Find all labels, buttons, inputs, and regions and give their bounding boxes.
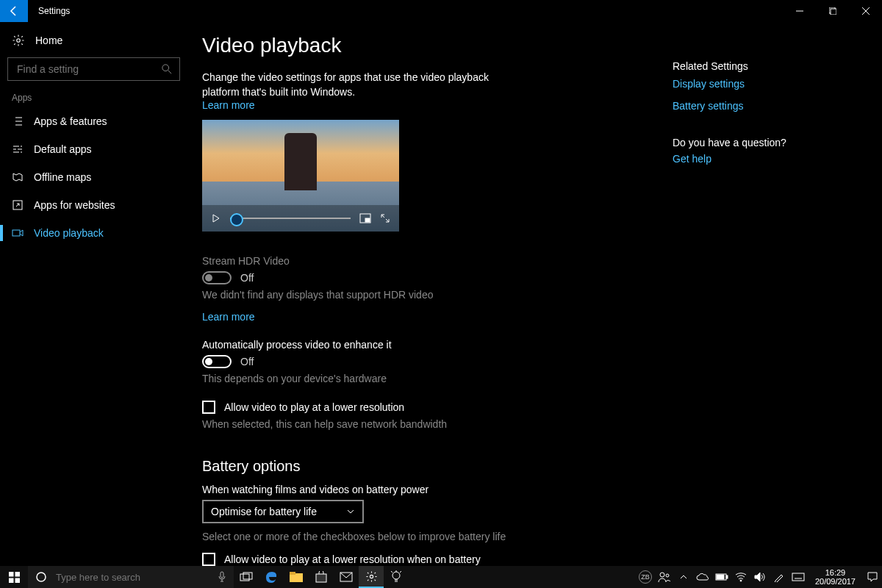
battery-lowres-label: Allow video to play at a lower resolutio… xyxy=(224,553,481,565)
battery-tray-icon[interactable] xyxy=(712,566,731,588)
svg-rect-30 xyxy=(240,574,249,581)
apps-section-header: Apps xyxy=(12,93,176,103)
tray-chevron-icon[interactable] xyxy=(674,566,693,588)
sidebar-item-label: Offline maps xyxy=(34,171,91,183)
battery-label: When watching films and videos on batter… xyxy=(202,484,673,495)
svg-point-43 xyxy=(740,580,742,581)
settings-taskbar-icon[interactable] xyxy=(359,566,384,588)
enhance-label: Automatically process video to enhance i… xyxy=(202,339,673,351)
clock[interactable]: 16:29 20/09/2017 xyxy=(808,568,863,586)
titlebar: Settings xyxy=(0,0,882,22)
related-pane: Related Settings Display settings Batter… xyxy=(673,29,864,566)
svg-point-36 xyxy=(370,575,373,578)
open-icon xyxy=(12,199,24,211)
related-heading: Related Settings xyxy=(673,60,856,72)
sidebar-item-label: Video playback xyxy=(34,227,104,239)
chevron-down-icon xyxy=(346,507,355,516)
video-preview[interactable] xyxy=(202,120,399,232)
taskbar: ZB 16:29 20/09/2017 xyxy=(0,566,882,588)
action-center-icon[interactable] xyxy=(863,566,882,588)
video-progress-slider[interactable] xyxy=(230,218,351,219)
pip-icon[interactable] xyxy=(359,213,371,223)
back-button[interactable] xyxy=(0,0,28,22)
fullscreen-icon[interactable] xyxy=(380,213,390,223)
sidebar-item-offline-maps[interactable]: Offline maps xyxy=(0,163,187,191)
battery-lowres-checkbox[interactable] xyxy=(202,553,215,566)
task-view-icon[interactable] xyxy=(234,566,259,588)
svg-rect-29 xyxy=(220,572,223,578)
svg-rect-21 xyxy=(12,230,20,236)
pen-icon[interactable] xyxy=(770,566,789,588)
enhance-toggle[interactable] xyxy=(202,355,232,368)
onedrive-icon[interactable] xyxy=(693,566,712,588)
start-button[interactable] xyxy=(0,566,28,588)
edge-icon[interactable] xyxy=(259,566,284,588)
svg-rect-41 xyxy=(726,576,728,578)
page-description: Change the video settings for apps that … xyxy=(202,71,526,99)
taskbar-search[interactable] xyxy=(28,566,234,588)
video-thumbnail-figure xyxy=(284,133,317,190)
hdr-learn-more-link[interactable]: Learn more xyxy=(202,311,255,323)
hdr-label: Stream HDR Video xyxy=(202,255,673,267)
window-title: Settings xyxy=(38,6,70,16)
svg-rect-2 xyxy=(831,9,836,15)
sidebar-item-label: Apps & features xyxy=(34,115,107,127)
sidebar-item-apps-features[interactable]: Apps & features xyxy=(0,107,187,135)
svg-rect-24 xyxy=(9,572,14,577)
list-icon xyxy=(12,115,24,127)
question-heading: Do you have a question? xyxy=(673,137,856,148)
store-icon[interactable] xyxy=(309,566,334,588)
keyboard-icon[interactable] xyxy=(789,566,808,588)
home-button[interactable]: Home xyxy=(0,28,187,53)
hdr-toggle[interactable] xyxy=(202,271,232,284)
clock-date: 20/09/2017 xyxy=(815,577,856,586)
map-icon xyxy=(12,171,24,183)
explorer-icon[interactable] xyxy=(284,566,309,588)
user-badge-icon[interactable]: ZB xyxy=(636,566,655,588)
video-controls xyxy=(202,205,399,232)
sidebar-item-apps-websites[interactable]: Apps for websites xyxy=(0,191,187,219)
maximize-button[interactable] xyxy=(816,0,849,22)
sidebar-item-default-apps[interactable]: Default apps xyxy=(0,135,187,163)
svg-rect-26 xyxy=(9,578,14,583)
display-settings-link[interactable]: Display settings xyxy=(673,78,856,90)
wifi-icon[interactable] xyxy=(731,566,750,588)
mail-icon[interactable] xyxy=(334,566,359,588)
svg-point-6 xyxy=(162,65,169,71)
tips-icon[interactable] xyxy=(384,566,409,588)
svg-rect-25 xyxy=(15,572,20,577)
search-input[interactable] xyxy=(15,62,162,76)
svg-point-38 xyxy=(660,573,664,577)
defaults-icon xyxy=(12,143,24,155)
svg-point-37 xyxy=(392,572,400,579)
people-icon[interactable] xyxy=(655,566,674,588)
battery-settings-link[interactable]: Battery settings xyxy=(673,100,856,112)
svg-point-28 xyxy=(37,573,46,581)
taskbar-search-input[interactable] xyxy=(54,571,210,584)
sidebar-item-label: Default apps xyxy=(34,143,92,155)
svg-rect-42 xyxy=(717,575,724,579)
gear-icon xyxy=(12,34,25,47)
svg-rect-27 xyxy=(15,578,20,583)
lowres-checkbox[interactable] xyxy=(202,401,215,414)
volume-icon[interactable] xyxy=(750,566,770,588)
play-icon[interactable] xyxy=(211,213,221,223)
battery-select[interactable]: Optimise for battery life xyxy=(202,500,364,523)
svg-rect-23 xyxy=(365,218,370,222)
svg-rect-31 xyxy=(243,573,252,579)
svg-rect-44 xyxy=(792,573,804,581)
sidebar-item-video-playback[interactable]: Video playback xyxy=(0,219,187,247)
mic-icon[interactable] xyxy=(218,571,226,583)
close-button[interactable] xyxy=(849,0,882,22)
learn-more-link[interactable]: Learn more xyxy=(202,99,255,111)
search-input-wrap[interactable] xyxy=(7,57,180,81)
enhance-toggle-state: Off xyxy=(240,356,254,368)
battery-heading: Battery options xyxy=(202,458,673,475)
svg-rect-34 xyxy=(316,574,326,582)
minimize-button[interactable] xyxy=(783,0,816,22)
search-icon xyxy=(162,64,172,74)
cortana-icon xyxy=(35,571,47,583)
get-help-link[interactable]: Get help xyxy=(673,153,856,165)
battery-note: Select one or more of the checkboxes bel… xyxy=(202,531,673,542)
sidebar-item-label: Apps for websites xyxy=(34,199,115,211)
